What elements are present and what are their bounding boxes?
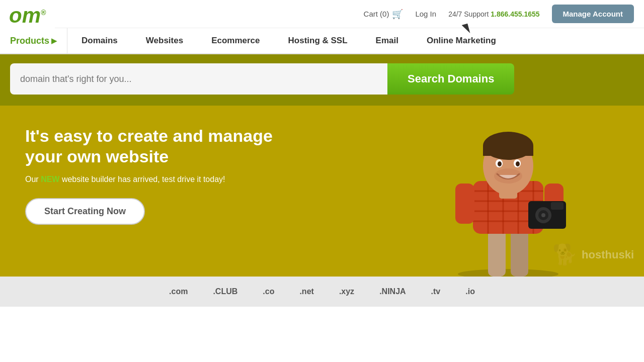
nav-bar: Products ▶ Domains Websites Ecommerce Ho… xyxy=(0,28,644,54)
tld-io[interactable]: .io xyxy=(465,287,475,296)
tld-strip: .com .CLUB .co .net .xyz .NINJA .tv .io xyxy=(0,277,644,307)
hero-subtitle: Our NEW website builder has arrived, tes… xyxy=(25,175,277,184)
hero-subtitle-prefix: Our xyxy=(25,175,41,184)
tld-club[interactable]: .CLUB xyxy=(213,287,237,296)
hero-banner: It's easy to create and manage your own … xyxy=(0,106,644,277)
hero-subtitle-suffix: website builder has arrived, test drive … xyxy=(59,175,225,184)
tld-tv[interactable]: .tv xyxy=(431,287,441,296)
logo-registered: ® xyxy=(41,9,46,17)
svg-point-0 xyxy=(458,269,558,277)
tld-net[interactable]: .net xyxy=(299,287,313,296)
cart-link[interactable]: Cart (0) 🛒 xyxy=(364,9,404,20)
support-text: 24/7 Support 1.866.455.1655 xyxy=(448,10,539,18)
nav-item-email[interactable]: Email xyxy=(362,28,413,53)
hosthuski-watermark: 🐕 hosthuski xyxy=(552,243,634,266)
search-section: Search Domains xyxy=(0,54,644,106)
huski-icon: 🐕 xyxy=(552,243,578,266)
svg-point-26 xyxy=(494,168,522,184)
domain-search-input[interactable] xyxy=(10,63,387,95)
cart-icon: 🛒 xyxy=(392,9,403,20)
tld-co[interactable]: .co xyxy=(263,287,274,296)
top-bar-right: Cart (0) 🛒 Log In 24/7 Support 1.866.455… xyxy=(364,5,634,23)
nav-item-hosting-ssl[interactable]: Hosting & SSL xyxy=(274,28,362,53)
cart-label: Cart (0) xyxy=(364,10,389,18)
svg-rect-21 xyxy=(483,146,533,156)
tld-ninja[interactable]: .NINJA xyxy=(379,287,406,296)
svg-rect-12 xyxy=(455,184,474,224)
nav-item-websites[interactable]: Websites xyxy=(132,28,197,53)
manage-account-button[interactable]: Manage Account xyxy=(552,5,634,23)
logo-text: om xyxy=(9,4,41,27)
nav-item-domains[interactable]: Domains xyxy=(67,28,132,53)
svg-point-25 xyxy=(516,161,520,166)
products-label: Products xyxy=(10,36,49,46)
watermark-text: hosthuski xyxy=(582,248,634,261)
hero-content: It's easy to create and manage your own … xyxy=(25,126,277,225)
start-creating-button[interactable]: Start Creating Now xyxy=(25,198,145,225)
nav-products[interactable]: Products ▶ xyxy=(0,28,67,53)
products-arrow-icon: ▶ xyxy=(51,37,57,45)
logo: om® xyxy=(0,0,55,31)
hero-new-badge: NEW xyxy=(41,175,59,184)
tld-com[interactable]: .com xyxy=(169,287,188,296)
support-number[interactable]: 1.866.455.1655 xyxy=(491,10,539,18)
nav-item-ecommerce[interactable]: Ecommerce xyxy=(197,28,274,53)
svg-point-17 xyxy=(541,213,545,217)
hero-title: It's easy to create and manage your own … xyxy=(25,126,277,167)
svg-point-24 xyxy=(498,161,502,166)
top-bar: om® Cart (0) 🛒 Log In 24/7 Support 1.866… xyxy=(0,0,644,28)
svg-rect-27 xyxy=(499,189,517,199)
tld-xyz[interactable]: .xyz xyxy=(339,287,354,296)
login-link[interactable]: Log In xyxy=(415,10,436,18)
search-domains-button[interactable]: Search Domains xyxy=(387,63,514,95)
nav-items: Domains Websites Ecommerce Hosting & SSL… xyxy=(67,28,510,53)
nav-item-online-marketing[interactable]: Online Marketing xyxy=(413,28,510,53)
svg-rect-18 xyxy=(551,202,564,210)
